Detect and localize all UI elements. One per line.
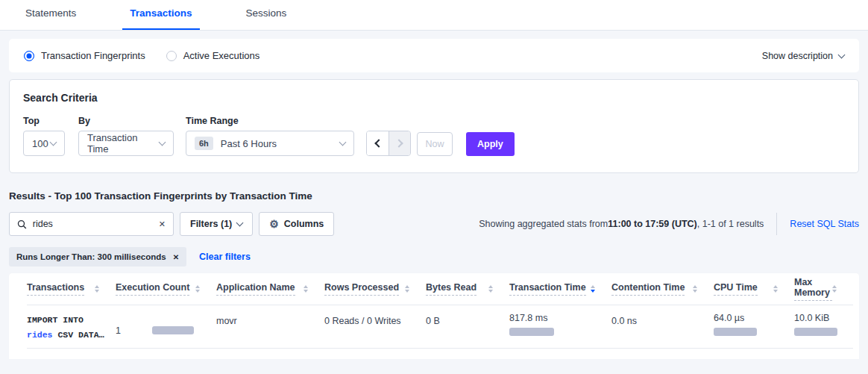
bytes-read-cell: 0 B <box>426 305 509 348</box>
chevron-down-icon <box>838 51 846 58</box>
by-select[interactable]: Transaction Time <box>78 131 174 156</box>
column-header-label: Application Name <box>216 282 295 296</box>
rows-processed-cell: 0 Reads / 0 Writes <box>324 305 426 348</box>
column-header-contention-time[interactable]: Contention Time <box>611 282 714 296</box>
time-range-select[interactable]: 6h Past 6 Hours <box>186 131 354 156</box>
max-memory-value: 10.0 KiB <box>794 313 853 323</box>
reset-sql-stats-link[interactable]: Reset SQL Stats <box>790 219 859 229</box>
column-header-label: Bytes Read <box>426 282 477 296</box>
chevron-down-icon <box>236 219 244 227</box>
radio-unselected-icon <box>166 51 177 61</box>
column-header-bytes-read[interactable]: Bytes Read <box>426 282 509 296</box>
active-filters-row: Runs Longer Than: 300 milliseconds ✕ Cle… <box>9 247 859 267</box>
page-tabs: Statements Transactions Sessions <box>0 0 868 31</box>
max-memory-bar <box>794 328 837 336</box>
column-header-label: Transactions <box>27 282 84 296</box>
next-time-button[interactable] <box>389 131 410 155</box>
sort-icon <box>95 285 99 293</box>
transaction-time-bar <box>509 328 554 336</box>
clear-search-icon[interactable]: ✕ <box>159 219 166 229</box>
stats-period: 11:00 to 17:59 (UTC) <box>608 219 696 229</box>
search-input[interactable] <box>33 219 153 229</box>
time-range-value: Past 6 Hours <box>221 138 277 149</box>
chevron-left-icon <box>374 139 383 147</box>
sort-icon <box>832 285 837 293</box>
radio-transaction-fingerprints[interactable]: Transaction Fingerprints <box>24 50 145 61</box>
search-criteria-title: Search Criteria <box>23 92 845 104</box>
execution-count-value: 1 <box>116 325 121 336</box>
cpu-time-bar <box>714 328 757 336</box>
sort-icon <box>488 285 493 293</box>
table-row: IMPORT INTO rides CSV DATA… 1 movr 0 Rea… <box>27 305 853 349</box>
cpu-time-value: 64.0 µs <box>714 313 794 323</box>
sort-icon <box>304 285 308 293</box>
query-line1: IMPORT INTO <box>27 315 84 325</box>
column-header-execution-count[interactable]: Execution Count <box>116 282 216 296</box>
column-header-label: Max Memory <box>794 277 832 301</box>
time-nav-group <box>366 131 411 156</box>
remove-filter-icon[interactable]: ✕ <box>173 253 179 261</box>
previous-time-button[interactable] <box>367 131 389 155</box>
search-box: ✕ <box>9 212 174 236</box>
apply-button[interactable]: Apply <box>466 132 515 156</box>
sort-icon <box>773 285 778 293</box>
tab-sessions[interactable]: Sessions <box>239 0 295 30</box>
max-memory-cell: 10.0 KiB <box>794 305 853 348</box>
table-header-row: Transactions Execution Count Application… <box>27 273 853 305</box>
search-criteria-card: Search Criteria Top 100 By Transaction T… <box>9 79 859 173</box>
contention-time-cell: 0.0 ns <box>611 305 714 348</box>
radio-active-executions[interactable]: Active Executions <box>166 50 260 61</box>
column-header-max-memory[interactable]: Max Memory <box>794 277 853 301</box>
chevron-down-icon <box>50 139 57 146</box>
transaction-time-value: 817.8 ms <box>509 313 611 323</box>
top-select-value: 100 <box>32 138 48 149</box>
top-label: Top <box>23 116 78 126</box>
column-header-rows-processed[interactable]: Rows Processed <box>324 282 426 296</box>
column-header-label: CPU Time <box>714 282 758 296</box>
results-title: Results - Top 100 Transaction Fingerprin… <box>9 190 859 202</box>
sort-desc-icon <box>591 285 595 293</box>
tab-transactions[interactable]: Transactions <box>122 0 199 30</box>
query-table-link[interactable]: rides <box>27 330 53 340</box>
column-header-label: Contention Time <box>611 282 685 296</box>
time-range-label: Time Range <box>186 116 354 126</box>
filter-chip-label: Runs Longer Than: 300 milliseconds <box>16 252 166 261</box>
radio-selected-icon <box>24 51 34 61</box>
transaction-time-cell: 817.8 ms <box>509 305 611 348</box>
sort-icon <box>195 285 200 293</box>
now-button[interactable]: Now <box>417 132 453 156</box>
filters-button[interactable]: Filters (1) <box>180 212 253 236</box>
aggregated-stats-text: Showing aggregated stats from 11:00 to 1… <box>479 219 764 229</box>
results-toolbar: ✕ Filters (1) ⚙ Columns Showing aggregat… <box>9 212 859 236</box>
column-header-transaction-time[interactable]: Transaction Time <box>509 282 611 296</box>
sort-icon <box>405 285 409 293</box>
results-table: Transactions Execution Count Application… <box>9 273 859 359</box>
tab-statements[interactable]: Statements <box>18 0 84 30</box>
column-header-transactions[interactable]: Transactions <box>27 282 116 296</box>
by-select-value: Transaction Time <box>87 132 160 155</box>
column-header-label: Transaction Time <box>509 282 586 296</box>
chevron-down-icon <box>159 139 166 146</box>
column-header-cpu-time[interactable]: CPU Time <box>714 282 794 296</box>
show-description-toggle[interactable]: Show description <box>762 51 844 61</box>
execution-count-bar <box>152 326 194 334</box>
stats-prefix: Showing aggregated stats from <box>479 219 608 229</box>
column-header-label: Rows Processed <box>324 282 399 296</box>
column-header-label: Execution Count <box>116 282 189 296</box>
radio-label: Active Executions <box>183 50 260 61</box>
time-range-badge: 6h <box>195 137 213 150</box>
by-label: By <box>78 116 186 126</box>
filters-label: Filters (1) <box>190 219 232 229</box>
view-toggle-card: Transaction Fingerprints Active Executio… <box>9 39 859 72</box>
columns-button[interactable]: ⚙ Columns <box>259 212 334 236</box>
clear-filters-link[interactable]: Clear filters <box>199 252 251 262</box>
chevron-down-icon <box>339 139 347 146</box>
columns-label: Columns <box>284 219 324 229</box>
execution-count-cell: 1 <box>116 305 216 348</box>
query-line2: CSV DATA… <box>53 330 104 340</box>
search-icon <box>17 219 27 229</box>
application-name-cell: movr <box>216 305 324 348</box>
transaction-fingerprint-cell[interactable]: IMPORT INTO rides CSV DATA… <box>27 305 116 348</box>
top-select[interactable]: 100 <box>23 131 65 156</box>
column-header-application-name[interactable]: Application Name <box>216 282 324 296</box>
